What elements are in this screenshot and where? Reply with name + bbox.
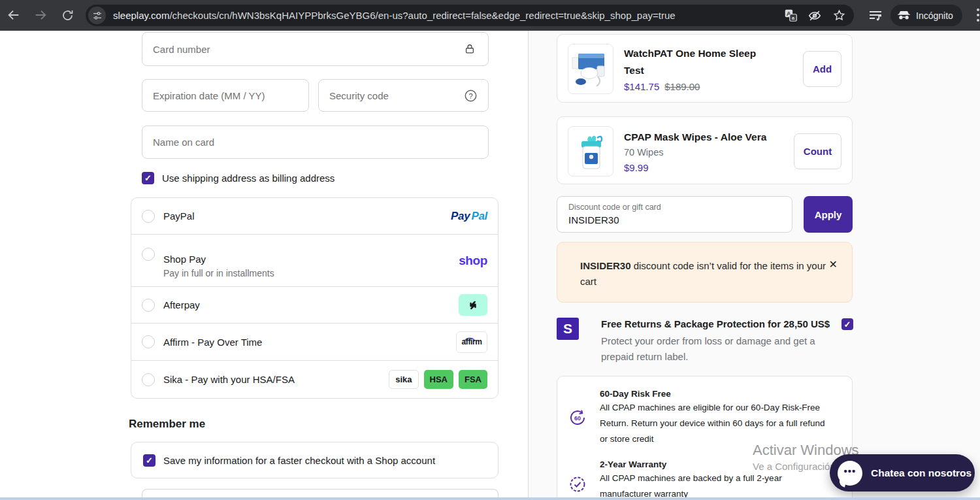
url-path: /checkouts/cn/hWN3bsKqHAIYPPbrksGeYBG6/e… [169,10,675,21]
discount-input-label: Discount code or gift card [568,203,661,212]
reload-icon [61,8,74,22]
sika-label: Sika - Pay with your HSA/FSA [163,374,295,385]
upsell-item-watchpat: WatchPAT One Home Sleep Test $141.75$189… [557,34,853,103]
warranty-badge-icon [568,475,587,494]
compare-at-price: $189.00 [664,81,700,92]
affirm-radio[interactable] [142,335,155,348]
afterpay-icon [466,298,480,312]
back-icon [7,8,21,22]
svg-text:?: ? [468,92,472,99]
shop-pay-radio[interactable] [142,248,155,261]
forward-button[interactable] [33,7,48,23]
incognito-badge: Incógnito [890,5,962,26]
apply-button[interactable]: Apply [804,196,853,233]
media-playlist-icon [868,8,883,24]
billing-address-label: Use shipping address as billing address [162,173,335,184]
paypal-logo: PayPal [451,210,487,223]
afterpay-label: Afterpay [163,299,200,310]
risk-free-body: All CPAP machines are eligible for our 6… [600,400,825,447]
payment-option-shop-pay[interactable]: Shop Pay Pay in full or in installments … [131,234,498,286]
name-on-card-input[interactable] [142,125,489,159]
afterpay-logo [459,294,487,316]
url-text: sleeplay.com/checkouts/cn/hWN3bsKqHAIYPP… [113,10,783,21]
protection-description: Protect your order from loss or damage a… [601,333,830,365]
shop-pay-label: Shop Pay [163,254,274,265]
product-title: CPAP Mask Wipes - Aloe Vera [624,129,820,146]
add-button[interactable]: Add [803,51,841,87]
billing-address-checkbox-row[interactable]: ✓ Use shipping address as billing addres… [142,172,335,184]
payment-option-paypal[interactable]: PayPal PayPal [131,198,498,234]
sika-radio[interactable] [142,373,155,386]
60-day-return-icon: 60 [568,408,587,427]
save-info-checkbox[interactable]: ✓ [143,454,155,467]
discount-code-input[interactable]: Discount code or gift card INSIDER30 [557,196,792,233]
paypal-label: PayPal [163,210,195,222]
expiration-date-input[interactable] [142,79,309,112]
paypal-logo-pal: Pal [471,210,487,223]
discount-input-value: INSIDER30 [568,214,619,225]
browser-window: sleeplay.com/checkouts/cn/hWN3bsKqHAIYPP… [0,0,980,500]
payment-option-afterpay[interactable]: Afterpay [131,286,498,323]
discount-error-banner: INSIDER30 discount code isn’t valid for … [557,242,853,303]
chat-bubble-icon: ••• [838,461,862,486]
risk-free-title: 60-Day Risk Free [600,389,671,399]
translate-button[interactable]: A a [783,8,798,23]
card-number-input[interactable] [142,32,489,66]
count-button[interactable]: Count [794,133,841,169]
product-price-row: $9.99 [624,162,649,173]
bookmark-button[interactable] [832,8,846,23]
product-price-row: $141.75$189.00 [624,81,700,92]
media-controls-button[interactable] [868,8,883,24]
payment-option-sika[interactable]: Sika - Pay with your HSA/FSA sika HSA FS… [131,360,498,398]
protection-title: Free Returns & Package Protection for 28… [601,318,836,329]
close-icon: ✕ [829,259,838,270]
lock-icon [463,42,477,56]
watchpat-product-image [568,44,613,94]
shop-pay-sublabel: Pay in full or in installments [163,268,274,278]
close-error-button[interactable]: ✕ [829,258,838,271]
affirm-logo-text: affirm [462,337,482,346]
check-icon: ✓ [844,320,851,329]
reload-button[interactable] [59,7,75,23]
star-icon [832,8,846,22]
protection-checkbox[interactable]: ✓ [841,318,853,330]
paypal-logo-pay: Pay [451,210,470,223]
tune-icon [92,10,103,21]
afterpay-radio[interactable] [142,299,155,312]
sale-price: $9.99 [624,162,649,173]
seel-logo: S [557,318,579,340]
sale-price: $141.75 [624,81,659,92]
translate-icon: A a [784,8,798,22]
url-domain: sleeplay.com [113,10,169,21]
back-button[interactable] [6,7,22,23]
menu-button[interactable] [975,8,980,23]
forward-icon [33,8,48,22]
product-title: WatchPAT One Home Sleep Test [624,45,777,79]
discount-error-text: INSIDER30 discount code isn’t valid for … [580,258,828,290]
check-icon: ✓ [146,456,153,465]
hsa-badge: HSA [424,370,453,389]
site-settings-button[interactable] [88,7,106,24]
paypal-radio[interactable] [142,210,155,223]
affirm-logo: affirm [456,331,487,353]
help-icon[interactable]: ? [463,88,478,103]
remember-me-heading: Remember me [129,418,205,431]
save-info-checkbox-row[interactable]: ✓ Save my information for a faster check… [131,442,498,478]
incognito-icon [897,8,911,22]
chat-widget-button[interactable]: ••• Chatea con nosotros [830,454,975,492]
payment-option-affirm[interactable]: Affirm - Pay Over Time affirm [131,323,498,360]
address-bar[interactable]: sleeplay.com/checkouts/cn/hWN3bsKqHAIYPP… [86,5,854,26]
incognito-label: Incógnito [916,10,953,21]
shop-logo: shop [459,254,487,268]
svg-text:60: 60 [574,415,581,422]
svg-text:a: a [791,15,794,21]
fsa-badge: FSA [459,370,487,389]
billing-address-checkbox[interactable]: ✓ [142,172,154,184]
affirm-label: Affirm - Pay Over Time [163,337,262,348]
product-variant: 70 Wipes [624,147,663,158]
taskbar-edge [0,497,980,500]
cart-item-wipes: CPAP Mask Wipes - Aloe Vera 70 Wipes $9.… [557,116,853,184]
chat-label: Chatea con nosotros [871,467,972,479]
eye-off-icon [808,8,822,23]
password-hidden-button[interactable] [808,8,822,23]
